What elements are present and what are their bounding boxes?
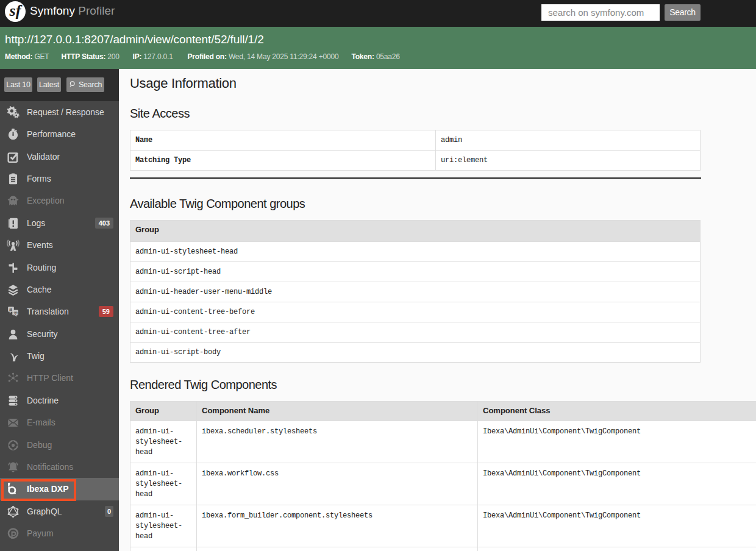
svg-text:a: a xyxy=(9,306,12,312)
svg-text:示: 示 xyxy=(13,310,18,316)
